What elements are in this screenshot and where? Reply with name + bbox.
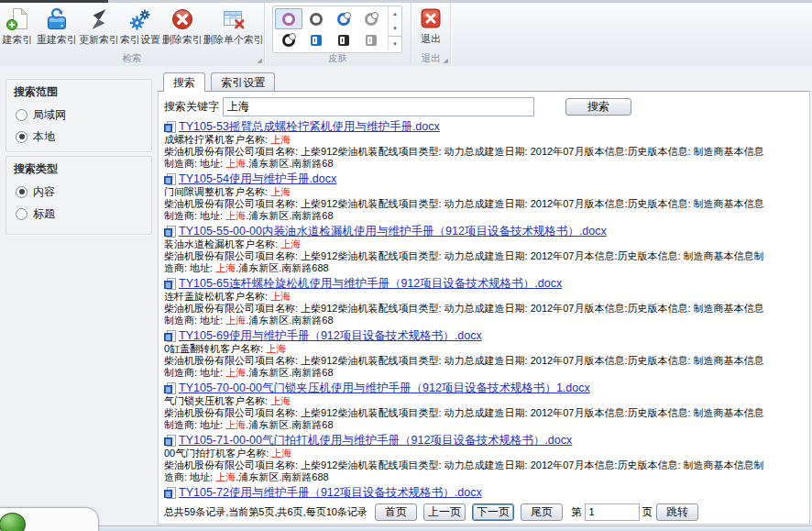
result-link-row: TY105-69使用与维护手册（912项目设备技术规格书）.docx xyxy=(164,329,809,343)
result-customer-line: 00气门拍打机客户名称: 上海 xyxy=(164,448,809,459)
skin-option[interactable] xyxy=(275,8,302,29)
skin-option[interactable] xyxy=(302,8,330,29)
delete-single-index-icon xyxy=(203,7,264,33)
result-doc-link[interactable]: TY105-54使用与维护手册.docx xyxy=(179,172,336,186)
result-link-row: TY105-55-00-00内装油水道检漏机使用与维护手册（912项目设备技术规… xyxy=(164,225,809,238)
result-address-line: 制造商: 地址: 上海.浦东新区.南新路68 xyxy=(164,315,809,326)
gallery-dropdown-icon[interactable]: ▼ xyxy=(389,36,401,51)
search-keyword-label: 搜索关键字 xyxy=(164,99,219,115)
result-link-row: TY105-54使用与维护手册.docx xyxy=(164,172,809,186)
result-address-line: 制造商: 地址: 上海.浦东新区.南新路68 xyxy=(164,367,809,379)
next-page-button[interactable]: 下一页 xyxy=(472,503,514,521)
search-type-group: 搜索类型 内容 标题 xyxy=(5,156,152,235)
result-doc-link[interactable]: TY105-71-00-00气门拍打机使用与维护手册（912项目设备技术规格书）… xyxy=(179,434,572,448)
ribbon-group-skin: ▲ ▼ ▼ 皮肤 xyxy=(265,3,411,65)
result-doc-link[interactable]: TY105-65连杆螺栓旋松机使用与维护手册（912项目设备技术规格书）.doc… xyxy=(179,277,562,291)
radio-option[interactable]: 局域网 xyxy=(16,104,151,126)
search-result-item: TY105-71-00-00气门拍打机使用与维护手册（912项目设备技术规格书）… xyxy=(164,434,809,483)
tab-index-settings[interactable]: 索引设置 xyxy=(211,72,275,91)
result-address-line: 造商: 地址: 上海.浦东新区.南新路688 xyxy=(164,262,809,274)
result-project-line: 柴油机股份有限公司项目名称: 上柴912柴油机装配线项目类型: 动力总成建造日期… xyxy=(164,355,809,367)
exit-button[interactable]: 退出 xyxy=(414,6,447,51)
search-result-item: TY105-54使用与维护手册.docx 门间隙调整机客户名称: 上海 柴油机股… xyxy=(164,172,809,222)
word-doc-icon xyxy=(164,173,176,185)
skin-option[interactable] xyxy=(357,8,385,29)
result-project-line: 柴油机股份有限公司项目名称: 上柴912柴油机装配线项目类型: 动力总成建造日期… xyxy=(164,250,809,262)
prev-page-button[interactable]: 上一页 xyxy=(423,503,466,521)
result-details: 门间隙调整机客户名称: 上海 柴油机股份有限公司项目名称: 上柴912柴油机装配… xyxy=(164,186,809,222)
search-keyword-input[interactable] xyxy=(223,97,534,116)
result-doc-link[interactable]: TY105-70-00-00气门锁夹压机使用与维护手册（912项目设备技术规格书… xyxy=(179,382,590,395)
result-project-line: 柴油机股份有限公司项目名称: 上柴912柴油机装配线项目类型: 动力总成建造日期… xyxy=(164,459,809,471)
rebuild-index-label: 重建索引 xyxy=(35,33,79,46)
radio-icon xyxy=(16,131,27,143)
search-result-item: TY105-65连杆螺栓旋松机使用与维护手册（912项目设备技术规格书）.doc… xyxy=(164,277,809,326)
search-row: 搜索关键字 搜索 xyxy=(164,96,809,116)
first-page-button[interactable]: 首页 xyxy=(375,503,417,521)
word-doc-icon xyxy=(164,382,176,394)
result-project-line: 柴油机股份有限公司项目名称: 上柴912柴油机装配线项目类型: 动力总成建造日期… xyxy=(164,146,809,158)
radio-label: 内容 xyxy=(33,184,55,200)
gallery-down-icon[interactable]: ▼ xyxy=(389,21,401,36)
result-doc-link[interactable]: TY105-55-00-00内装油水道检漏机使用与维护手册（912项目设备技术规… xyxy=(179,225,607,238)
delete-single-index-button[interactable]: 删除单个索引 xyxy=(203,6,264,51)
result-doc-link[interactable]: TY105-72使用与维护手册（912项目设备技术规格书）.docx xyxy=(179,486,482,500)
word-doc-icon xyxy=(164,121,176,133)
skin-badge-icon xyxy=(289,33,296,40)
tab-strip: 搜索 索引设置 xyxy=(158,72,810,92)
dialog-launcher-icon[interactable]: ◢ xyxy=(444,57,448,63)
radio-label: 本地 xyxy=(33,129,55,145)
search-type-options: 内容 标题 xyxy=(6,179,151,225)
result-customer-line: 连杆盖旋松机客户名称: 上海 xyxy=(164,291,809,303)
result-customer-line: 气门锁夹压机客户名称: 上海 xyxy=(164,395,809,407)
delete-index-icon xyxy=(161,7,203,33)
skin-option[interactable] xyxy=(330,8,357,29)
rebuild-index-button[interactable]: 重建索引 xyxy=(35,6,79,51)
search-scope-title: 搜索范围 xyxy=(6,80,151,102)
word-doc-icon xyxy=(164,330,176,342)
result-customer-line: 0缸盖翻转机客户名称: 上海 xyxy=(164,343,809,355)
delete-index-button[interactable]: 删除索引 xyxy=(161,6,203,51)
search-tab-page: 搜索关键字 搜索 TY105-53摇臂总成螺栓拧紧机使用与维护手册.docx 成… xyxy=(158,92,810,525)
dialog-launcher-icon[interactable]: ◢ xyxy=(258,57,262,63)
skin-option[interactable] xyxy=(275,29,302,50)
skin-grid xyxy=(275,8,385,50)
skin-option[interactable] xyxy=(302,29,330,50)
result-details: 装油水道检漏机客户名称: 上海 柴油机股份有限公司项目名称: 上柴912柴油机装… xyxy=(164,238,809,274)
result-doc-link[interactable]: TY105-69使用与维护手册（912项目设备技术规格书）.docx xyxy=(179,329,482,343)
green-orb-icon xyxy=(0,513,26,531)
result-address-line: 制造商: 地址: 上海.浦东新区.南新路68 xyxy=(164,158,809,170)
delete-index-label: 删除索引 xyxy=(161,33,203,46)
radio-option[interactable]: 本地 xyxy=(16,126,151,148)
result-details: 气门锁夹压机客户名称: 上海 柴油机股份有限公司项目名称: 上柴912柴油机装配… xyxy=(164,395,809,431)
page-number-input[interactable] xyxy=(585,503,640,521)
window-bottom-edge xyxy=(0,525,812,531)
radio-option[interactable]: 内容 xyxy=(16,181,151,203)
last-page-button[interactable]: 尾页 xyxy=(521,503,563,521)
result-doc-link[interactable]: TY105-53摇臂总成螺栓拧紧机使用与维护手册.docx xyxy=(179,120,440,134)
radio-option[interactable]: 标题 xyxy=(16,203,151,225)
update-index-label: 更新索引 xyxy=(79,33,119,46)
update-index-button[interactable]: 更新索引 xyxy=(79,6,119,51)
result-link-row: TY105-72使用与维护手册（912项目设备技术规格书）.docx xyxy=(164,486,809,500)
skin-option[interactable] xyxy=(330,29,357,50)
skin-gallery: ▲ ▼ ▼ xyxy=(272,6,402,53)
bottom-left-popup[interactable] xyxy=(0,507,99,531)
index-settings-button[interactable]: 索引设置 xyxy=(119,6,161,51)
search-result-item: TY105-55-00-00内装油水道检漏机使用与维护手册（912项目设备技术规… xyxy=(164,225,809,274)
radio-label: 标题 xyxy=(33,206,55,222)
result-link-row: TY105-71-00-00气门拍打机使用与维护手册（912项目设备技术规格书）… xyxy=(164,434,809,448)
skin-option[interactable] xyxy=(357,29,385,50)
tab-search[interactable]: 搜索 xyxy=(163,72,205,92)
result-project-line: 柴油机股份有限公司项目名称: 上柴912柴油机装配线项目类型: 动力总成建造日期… xyxy=(164,407,809,419)
gallery-up-icon[interactable]: ▲ xyxy=(389,6,401,21)
create-index-label: 建索引 xyxy=(0,33,35,46)
exit-icon xyxy=(414,8,447,32)
search-button[interactable]: 搜索 xyxy=(565,98,631,116)
result-details: 成螺栓拧紧机客户名称: 上海 柴油机股份有限公司项目名称: 上柴912柴油机装配… xyxy=(164,134,809,170)
create-index-button[interactable]: 建索引 xyxy=(0,6,35,51)
goto-page-button[interactable]: 跳转 xyxy=(656,503,698,521)
group-caption-index: 检索 xyxy=(0,52,264,64)
pagination-bar: 总共59条记录,当前第5页,共6页,每页10条记录 首页 上一页 下一页 尾页 … xyxy=(164,503,809,521)
result-project-line: 柴油机股份有限公司项目名称: 上柴912柴油机装配线项目类型: 动力总成建造日期… xyxy=(164,198,809,210)
